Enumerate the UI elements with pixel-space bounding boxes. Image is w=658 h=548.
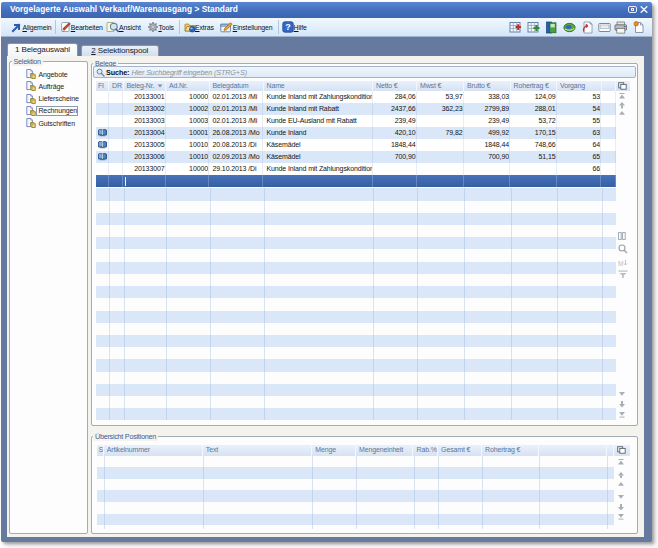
svg-text:?: ? [285, 22, 291, 32]
svg-text:M: M [618, 259, 623, 266]
